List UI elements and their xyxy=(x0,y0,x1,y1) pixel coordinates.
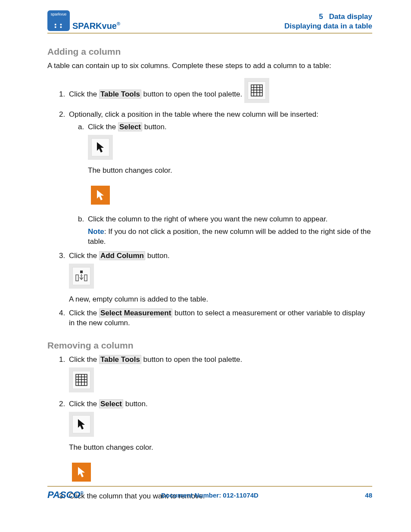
select-measurement-label: Select Measurement xyxy=(99,308,172,317)
svg-point-11 xyxy=(80,275,81,276)
svg-rect-8 xyxy=(84,275,87,281)
select-label-2: Select xyxy=(99,399,123,408)
heading-removing-column: Removing a column xyxy=(47,340,372,351)
add-step-1: Click the Table Tools button to open the… xyxy=(67,75,372,106)
r-step2-after: The button changes color. xyxy=(69,443,372,453)
add-step-2: Optionally, click a position in the tabl… xyxy=(67,110,372,247)
add-step-3: Click the Add Column button. xyxy=(67,251,372,305)
select-cursor-icon-2 xyxy=(69,412,94,437)
add-step-2b: Click the column to the right of where y… xyxy=(86,215,372,247)
subsection-line: Displaying data in a table xyxy=(284,22,372,31)
svg-rect-9 xyxy=(80,271,83,273)
table-tools-label-2: Table Tools xyxy=(99,355,141,364)
remove-step-2: Click the Select button. The button chan… xyxy=(67,399,372,488)
chapter-line: 5 Data display xyxy=(284,12,372,22)
add-step-4: Click the Select Measurement button to s… xyxy=(67,308,372,328)
table-tools-label: Table Tools xyxy=(99,90,141,99)
logo-text: sparkvue xyxy=(51,12,67,16)
heading-adding-column: Adding a column xyxy=(47,47,372,57)
select-cursor-active-icon xyxy=(88,183,113,208)
remove-step-1: Click the Table Tools button to open the… xyxy=(67,355,372,396)
product-name: SPARKvue® xyxy=(72,21,120,31)
page-footer: PASCO® Document Number: 012-11074D 48 xyxy=(47,486,372,501)
add-steps-list: Click the Table Tools button to open the… xyxy=(47,75,372,328)
step2a-after: The button changes color. xyxy=(88,166,372,176)
note-label: Note xyxy=(88,227,104,236)
page-header: sparkvue • •• • SPARKvue® 5 Data display… xyxy=(47,10,372,34)
table-tools-icon xyxy=(244,78,269,103)
intro-add: A table can contain up to six columns. C… xyxy=(47,61,372,71)
add-step-2a: Click the Select button. The button chan… xyxy=(86,122,372,211)
table-tools-icon-2 xyxy=(69,367,94,392)
select-cursor-icon xyxy=(88,135,113,160)
step3-after: A new, empty column is added to the tabl… xyxy=(69,295,372,305)
note-text: : If you do not click a position, the ne… xyxy=(88,227,371,246)
svg-rect-7 xyxy=(76,275,78,281)
sparkvue-logo: sparkvue • •• • xyxy=(47,10,70,31)
svg-point-12 xyxy=(82,275,83,276)
select-cursor-active-icon-2 xyxy=(69,460,94,485)
remove-steps-list: Click the Table Tools button to open the… xyxy=(47,355,372,501)
document-number: Document Number: 012-11074D xyxy=(47,492,372,499)
select-label: Select xyxy=(118,122,142,131)
add-column-label: Add Column xyxy=(99,251,145,260)
add-column-icon xyxy=(69,264,94,289)
